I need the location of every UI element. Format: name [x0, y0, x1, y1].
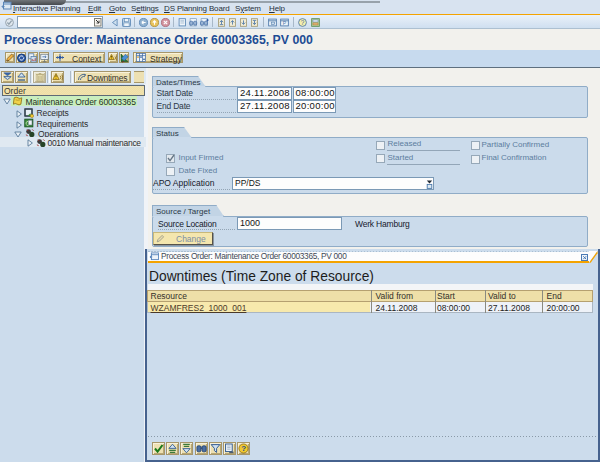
svg-text:?: ?	[241, 444, 246, 453]
svg-text:?: ?	[301, 19, 305, 26]
svg-text:P: P	[283, 20, 287, 26]
